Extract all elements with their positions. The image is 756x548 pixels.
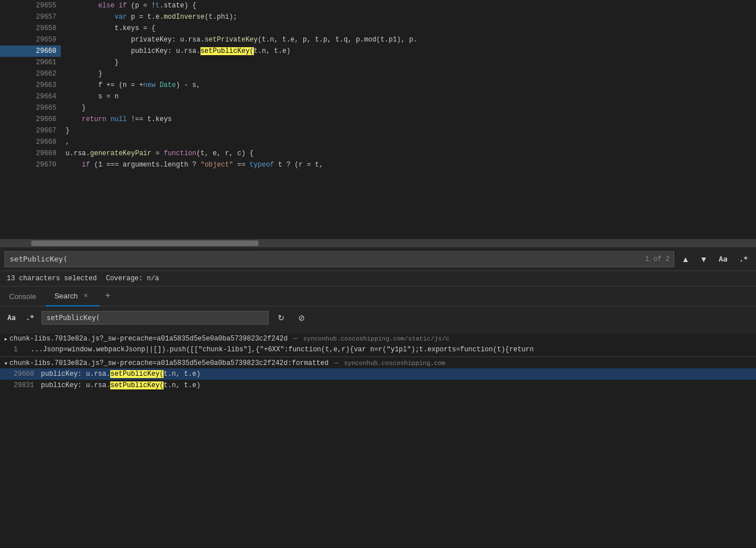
line-number: 29661: [0, 57, 61, 68]
line-code: var p = t.e.modInverse(t.phi);: [61, 11, 756, 23]
search-panel: Aa .* ↻ ⊘: [0, 306, 756, 334]
find-input-wrapper: 1 of 2: [5, 251, 674, 267]
code-line: 29659 privateKey: u.rsa.setPrivateKey(t.…: [0, 34, 756, 45]
code-line: 29665 }: [0, 102, 756, 114]
find-count: 1 of 2: [645, 255, 670, 263]
scrollbar-thumb[interactable]: [31, 240, 258, 246]
find-bar: 1 of 2 ▲ ▼ Aa .*: [0, 247, 756, 271]
code-line: 29663 f += (n = +new Date) - s,: [0, 80, 756, 91]
search-panel-row: Aa .* ↻ ⊘: [5, 311, 751, 325]
line-code: }: [61, 57, 756, 68]
horizontal-scrollbar[interactable]: [0, 239, 756, 247]
result-line-code: publicKey: u.rsa.setPublicKey(t.n, t.e): [39, 370, 201, 378]
result-line[interactable]: 29831publicKey: u.rsa.setPublicKey(t.n, …: [0, 380, 756, 391]
status-bar: 13 characters selected Coverage: n/a: [0, 271, 756, 287]
line-number: 29658: [0, 23, 61, 34]
sp-refresh-button[interactable]: ↻: [273, 311, 289, 325]
tab-console[interactable]: Console: [0, 287, 45, 306]
result-highlight: setPublicKey(: [110, 381, 164, 389]
line-code: publicKey: u.rsa.setPublicKey(t.n, t.e): [61, 45, 756, 57]
line-code: }: [61, 68, 756, 80]
devtools-tabs: ConsoleSearch× +: [0, 287, 756, 306]
line-code: }: [61, 102, 756, 114]
code-table: 29655 else if (p = !t.state) {29657 var …: [0, 0, 756, 171]
line-number: 29667: [0, 125, 61, 136]
code-line: 29670 if (1 === arguments.length ? "obje…: [0, 159, 756, 171]
code-line: 29655 else if (p = !t.state) {: [0, 0, 756, 11]
result-line[interactable]: 29660publicKey: u.rsa.setPublicKey(t.n, …: [0, 368, 756, 380]
line-code: privateKey: u.rsa.setPrivateKey(t.n, t.e…: [61, 34, 756, 45]
line-number: 29660: [0, 45, 61, 57]
line-number: 29662: [0, 68, 61, 80]
line-code: f += (n = +new Date) - s,: [61, 80, 756, 91]
code-line: 29660 publicKey: u.rsa.setPublicKey(t.n,…: [0, 45, 756, 57]
result-file-header[interactable]: ▶chunk-libs.7013e82a.js?_sw-precache=a01…: [0, 334, 756, 344]
result-line-number: 1: [0, 344, 28, 355]
line-number: 29663: [0, 80, 61, 91]
line-code: s = n: [61, 91, 756, 102]
line-number: 29664: [0, 91, 61, 102]
find-next-button[interactable]: ▼: [697, 252, 711, 266]
code-line: 29657 var p = t.e.modInverse(t.phi);: [0, 11, 756, 23]
result-url: synconhub.coscoshipping.com/static/js/c: [303, 335, 449, 342]
code-line: 29658 t.keys = {: [0, 23, 756, 34]
result-line-code: publicKey: u.rsa.setPublicKey(t.n, t.e): [39, 381, 201, 389]
sp-match-case-button[interactable]: Aa: [5, 311, 18, 325]
line-number: 29670: [0, 159, 61, 171]
search-results[interactable]: ▶chunk-libs.7013e82a.js?_sw-precache=a01…: [0, 334, 756, 493]
line-number: 29669: [0, 148, 61, 159]
line-code: else if (p = !t.state) {: [61, 0, 756, 11]
line-number: 29665: [0, 102, 61, 114]
result-expand-icon: ▶: [5, 337, 7, 342]
result-highlight: setPublicKey(: [110, 370, 164, 378]
add-tab-button[interactable]: +: [99, 287, 116, 306]
tab-close-button[interactable]: ×: [81, 291, 90, 300]
line-number: 29657: [0, 11, 61, 23]
find-regex-button[interactable]: .*: [736, 252, 751, 266]
tab-search[interactable]: Search×: [45, 287, 99, 306]
result-line-number: 29660: [0, 369, 39, 379]
result-filename: chunk-libs.7013e82a.js?_sw-precache=a01a…: [10, 335, 288, 343]
sp-regex-button[interactable]: .*: [23, 311, 36, 325]
line-code: t.keys = {: [61, 23, 756, 34]
code-line: 29669u.rsa.generateKeyPair = function(t,…: [0, 148, 756, 159]
line-number: 29655: [0, 0, 61, 11]
result-line[interactable]: 1...Jsonp=window.webpackJsonp||[]).push(…: [0, 344, 756, 355]
code-editor: 29655 else if (p = !t.state) {29657 var …: [0, 0, 756, 239]
code-line: 29661 }: [0, 57, 756, 68]
result-line-number: 29831: [0, 380, 39, 391]
line-code: }: [61, 125, 756, 136]
result-divider: [0, 356, 756, 357]
line-number: 29668: [0, 136, 61, 148]
search-panel-input[interactable]: [41, 311, 269, 325]
code-line: 29667}: [0, 125, 756, 136]
code-line: 29668,: [0, 136, 756, 148]
result-filename: chunk-libs.7013e82a.js?_sw-precache=a01a…: [10, 359, 329, 367]
line-code: if (1 === arguments.length ? "object" ==…: [61, 159, 756, 171]
line-number: 29659: [0, 34, 61, 45]
result-line-code: ...Jsonp=window.webpackJsonp||[]).push([…: [28, 346, 534, 354]
line-number: 29666: [0, 114, 61, 125]
line-code: return null !== t.keys: [61, 114, 756, 125]
coverage-info: Coverage: n/a: [106, 275, 159, 283]
result-expand-icon: ▼: [5, 361, 7, 366]
code-line: 29662 }: [0, 68, 756, 80]
selection-info: 13 characters selected: [7, 275, 97, 283]
find-match-case-button[interactable]: Aa: [715, 252, 731, 266]
sp-clear-button[interactable]: ⊘: [294, 311, 310, 325]
result-file-header[interactable]: ▼chunk-libs.7013e82a.js?_sw-precache=a01…: [0, 358, 756, 368]
code-line: 29664 s = n: [0, 91, 756, 102]
line-code: u.rsa.generateKeyPair = function(t, e, r…: [61, 148, 756, 159]
find-input[interactable]: [5, 251, 674, 267]
code-line: 29666 return null !== t.keys: [0, 114, 756, 125]
line-code: ,: [61, 136, 756, 148]
find-prev-button[interactable]: ▲: [679, 252, 692, 266]
result-url: synconhub.coscoshipping.com: [344, 360, 445, 367]
